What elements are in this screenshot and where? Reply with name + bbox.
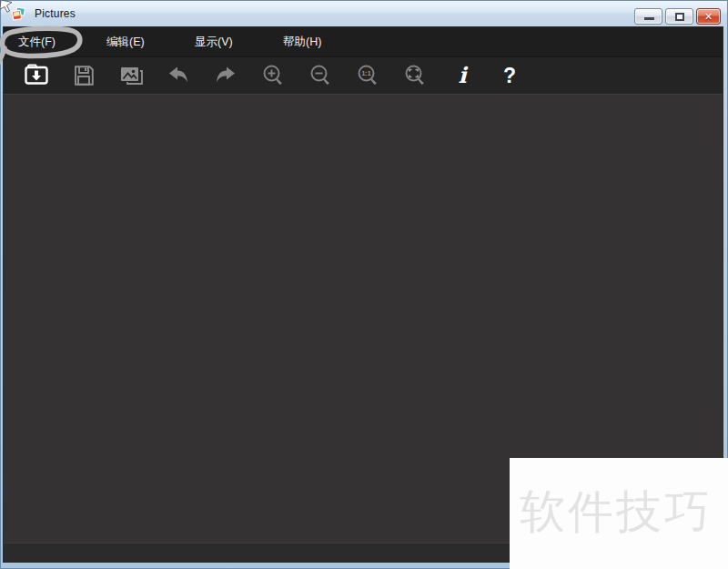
actual-size-button[interactable]: 1:1 [344,56,391,95]
save-icon [72,64,96,87]
close-icon: ✕ [704,11,713,23]
save-button[interactable] [60,56,107,95]
svg-text:?: ? [503,64,516,87]
images-icon [118,64,144,87]
svg-text:i: i [458,63,468,88]
minimize-button[interactable] [634,8,662,25]
app-icon [11,6,26,22]
menu-file[interactable]: 文件(F) [4,35,92,50]
zoom-out-icon [308,64,333,88]
open-icon [22,62,51,89]
zoom-in-button[interactable] [249,56,297,95]
fit-screen-button[interactable] [391,56,439,95]
watermark-box: 软件技巧 [510,458,728,569]
redo-button[interactable] [202,56,249,95]
zoom-in-icon [261,64,286,88]
watermark-text: 软件技巧 [520,482,713,543]
menu-edit[interactable]: 编辑(E) [92,35,180,50]
info-button[interactable]: i [439,56,486,95]
menu-bar: 文件(F) 编辑(E) 显示(V) 帮助(H) [4,27,723,56]
svg-text:1:1: 1:1 [361,70,370,76]
actual-size-icon: 1:1 [356,64,380,88]
maximize-button[interactable] [665,8,693,25]
menu-help[interactable]: 帮助(H) [268,35,357,50]
fit-screen-icon [403,64,428,88]
title-bar: Pictures ✕ [0,0,728,27]
zoom-out-button[interactable] [297,56,344,95]
redo-icon [214,65,238,86]
close-button[interactable]: ✕ [696,8,721,25]
images-button[interactable] [107,56,155,95]
minimize-icon [644,17,654,20]
maximize-icon [675,13,684,21]
menu-view[interactable]: 显示(V) [180,35,268,50]
undo-button[interactable] [155,56,202,95]
window-title: Pictures [35,7,76,20]
help-button[interactable]: ? [486,56,533,95]
undo-icon [167,65,190,86]
open-button[interactable] [13,56,60,95]
app-window: Pictures ✕ 文件(F) 编辑(E) 显示(V) 帮助(H) [0,0,728,569]
toolbar: 1:1 i [4,56,723,95]
help-icon: ? [500,63,520,88]
info-icon: i [452,63,472,88]
